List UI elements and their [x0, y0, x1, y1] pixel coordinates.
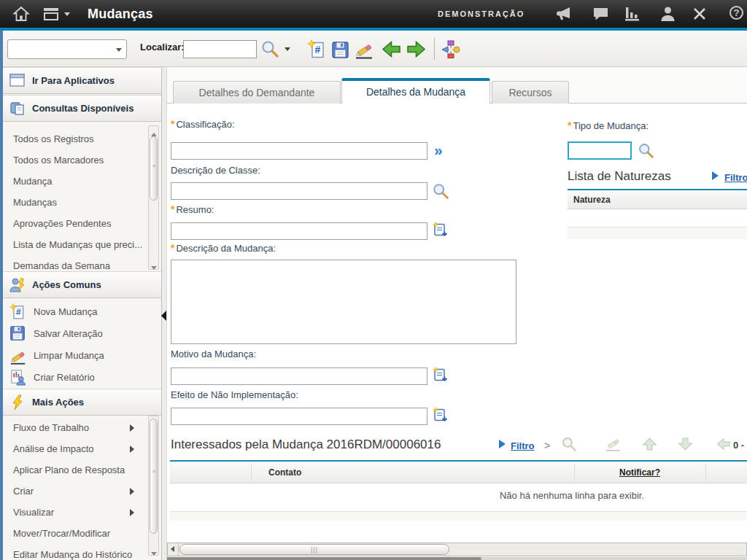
- action-limpar-mudanca[interactable]: Limpar Mudança: [3, 345, 146, 367]
- report-icon: [9, 369, 26, 389]
- announcements-icon[interactable]: [555, 5, 573, 25]
- notificar-column-header[interactable]: Notificar?: [574, 462, 705, 483]
- localizar-input[interactable]: [183, 40, 257, 58]
- sidebar-header-consultas-disponiveis[interactable]: Consultas Disponíveis: [3, 95, 162, 122]
- combobox-caret-icon[interactable]: [116, 48, 122, 52]
- action-criar-relatorio[interactable]: Criar Relatório: [3, 367, 146, 389]
- more-item-mover-trocar[interactable]: Mover/Trocar/Modificar: [3, 523, 146, 544]
- interessados-heading: Interessados pela Mudança 2016RDM/000060…: [171, 438, 441, 452]
- more-item-criar[interactable]: Criar: [3, 481, 146, 502]
- applications-menu-icon[interactable]: [42, 7, 60, 24]
- more-actions-scrollbar[interactable]: ≡: [148, 416, 159, 556]
- titlebar: Mudanças DEMONSTRAÇÃO ?: [0, 0, 747, 28]
- naturezas-filtro-link[interactable]: Filtro: [724, 172, 747, 183]
- scroll-down-icon[interactable]: [150, 260, 158, 269]
- help-icon[interactable]: ?: [729, 6, 743, 20]
- sidebar: Ir Para Aplicativos Consultas Disponívei…: [3, 67, 162, 560]
- descricao-mudanca-textarea[interactable]: [171, 260, 516, 344]
- query-combobox-input[interactable]: [9, 42, 110, 57]
- more-item-aplicar-plano[interactable]: Aplicar Plano de Resposta: [3, 459, 146, 481]
- sidebar-divider: [162, 67, 167, 560]
- scroll-down-icon[interactable]: [150, 545, 158, 555]
- natureza-column-header[interactable]: Natureza: [573, 190, 611, 209]
- stacked-windows-icon: [9, 101, 26, 119]
- user-icon[interactable]: [659, 6, 676, 25]
- descricao-classe-input[interactable]: [171, 182, 427, 200]
- reports-chart-icon[interactable]: [624, 6, 641, 24]
- naturezas-table-header: Natureza: [568, 190, 747, 209]
- workflow-icon[interactable]: [441, 39, 461, 63]
- tipo-mudanca-label: *Tipo de Mudança:: [568, 120, 649, 131]
- efeito-input[interactable]: [171, 408, 427, 425]
- queries-scrollbar-thumb[interactable]: ≡: [150, 136, 158, 201]
- efeito-label: Efeito de Não Implementação:: [171, 389, 298, 400]
- filter-play-icon[interactable]: [499, 440, 506, 448]
- new-record-icon[interactable]: #: [307, 39, 327, 62]
- contato-column-header[interactable]: Contato: [268, 462, 301, 483]
- more-item-visualizar[interactable]: Visualizar: [3, 502, 146, 523]
- horizontal-scrollbar[interactable]: |||: [167, 542, 747, 556]
- more-item-fluxo-de-trabalho[interactable]: Fluxo de Trabalho: [3, 417, 146, 438]
- scroll-left-icon[interactable]: [168, 543, 179, 556]
- action-nova-mudanca[interactable]: # Nova Mudança: [3, 301, 146, 323]
- forward-arrow-icon[interactable]: [406, 40, 426, 61]
- chat-icon[interactable]: [592, 7, 609, 24]
- search-icon[interactable]: [432, 182, 449, 203]
- motivo-input[interactable]: [171, 368, 427, 385]
- filter-play-icon[interactable]: [712, 171, 719, 180]
- search-icon[interactable]: [638, 142, 654, 162]
- sidebar-collapse-icon[interactable]: [161, 311, 166, 321]
- save-icon: [9, 325, 26, 344]
- template-icon[interactable]: [432, 367, 449, 386]
- resumo-input[interactable]: [171, 222, 427, 240]
- query-item-todos-os-registros[interactable]: Todos os Registros: [3, 128, 146, 149]
- expand-chevron-icon[interactable]: >: [544, 440, 550, 451]
- horizontal-scrollbar-thumb[interactable]: |||: [179, 544, 449, 555]
- submenu-arrow-icon: [130, 424, 134, 432]
- query-combobox[interactable]: [7, 39, 127, 59]
- prev-page-icon-disabled: [716, 438, 731, 454]
- main-panel: Detalhes do Demandante Detalhes da Mudan…: [167, 67, 747, 560]
- required-star: *: [568, 120, 571, 131]
- applications-menu-caret-icon[interactable]: [64, 12, 70, 16]
- home-icon[interactable]: [12, 5, 30, 26]
- template-icon[interactable]: [432, 407, 449, 427]
- environment-label: DEMONSTRAÇÃO: [438, 0, 525, 28]
- tab-recursos[interactable]: Recursos: [492, 81, 569, 104]
- tipo-mudanca-input[interactable]: [568, 141, 632, 160]
- localizar-label: Localizar:: [140, 42, 185, 52]
- tab-detalhes-da-mudanca[interactable]: Detalhes da Mudança: [341, 78, 490, 104]
- query-item-aprovacoes-pendentes[interactable]: Aprovações Pendentes: [3, 213, 146, 234]
- classificacao-input[interactable]: [171, 142, 427, 160]
- sidebar-header-mais-acoes[interactable]: Mais Ações: [3, 389, 162, 416]
- search-icon[interactable]: [260, 39, 279, 61]
- clear-icon: [9, 349, 28, 368]
- scroll-up-icon[interactable]: [150, 126, 158, 136]
- more-item-analise-de-impacto[interactable]: Análise de Impacto: [3, 438, 146, 459]
- search-options-caret-icon[interactable]: [285, 47, 290, 51]
- drilldown-chevrons-icon[interactable]: »: [434, 143, 443, 158]
- naturezas-heading: Lista de Naturezas: [568, 169, 671, 184]
- outer-scrollbar-track[interactable]: [167, 557, 747, 560]
- page-title: Mudanças: [88, 0, 153, 28]
- clear-icon[interactable]: [355, 42, 375, 63]
- sidebar-header-acoes-comuns[interactable]: Ações Comuns: [3, 271, 162, 298]
- save-icon[interactable]: [331, 41, 349, 62]
- query-item-lista-de-mudancas[interactable]: Lista de Mudanças que preci...: [3, 234, 146, 255]
- interessados-filtro-link[interactable]: Filtro: [511, 440, 535, 451]
- outer-scrollbar-thumb[interactable]: [481, 557, 747, 560]
- sidebar-header-ir-para-aplicativos[interactable]: Ir Para Aplicativos: [3, 67, 162, 94]
- template-icon[interactable]: [432, 222, 449, 241]
- query-item-todos-os-marcadores[interactable]: Todos os Marcadores: [3, 149, 146, 171]
- change-management-window: Mudanças DEMONSTRAÇÃO ? Localizar:: [0, 0, 747, 560]
- close-icon[interactable]: [692, 7, 707, 24]
- more-item-editar-historico[interactable]: Editar Mudança do Histórico: [3, 544, 146, 560]
- query-item-mudancas[interactable]: Mudanças: [3, 192, 146, 213]
- back-arrow-icon[interactable]: [382, 40, 401, 61]
- query-item-mudanca[interactable]: Mudança: [3, 171, 146, 192]
- action-salvar-alteracao[interactable]: Salvar Alteração: [3, 323, 146, 345]
- more-actions-scrollbar-thumb[interactable]: ≡: [150, 419, 158, 534]
- queries-scrollbar[interactable]: ≡: [148, 125, 159, 270]
- tab-detalhes-do-demandante[interactable]: Detalhes do Demandante: [173, 81, 341, 104]
- required-star: *: [171, 203, 174, 215]
